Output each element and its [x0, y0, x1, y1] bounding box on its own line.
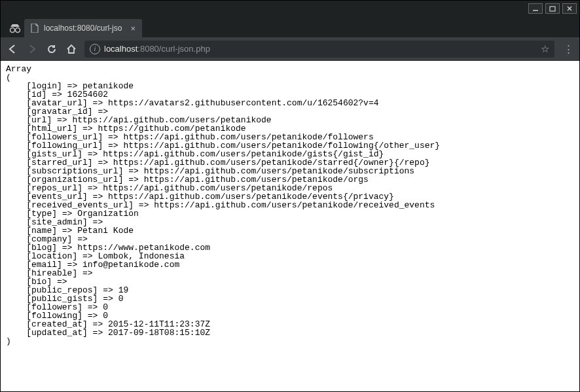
file-icon	[31, 24, 39, 33]
window-titlebar	[1, 1, 579, 16]
browser-toolbar: i localhost:8080/curl-json.php ☆ ⋮	[1, 37, 579, 61]
url-text: localhost:8080/curl-json.php	[104, 44, 210, 54]
reload-button[interactable]	[45, 44, 58, 54]
bookmark-star-icon[interactable]: ☆	[541, 43, 549, 55]
svg-point-5	[16, 28, 20, 33]
svg-point-4	[10, 28, 15, 33]
tabstrip: localhost:8080/curl-jso ×	[1, 16, 579, 37]
forward-button	[26, 43, 39, 55]
close-window-button[interactable]	[562, 3, 577, 14]
page-content: Array ( [login] => petanikode [id] => 16…	[1, 61, 579, 391]
menu-button[interactable]: ⋮	[561, 43, 574, 55]
incognito-icon	[6, 23, 24, 37]
browser-tab[interactable]: localhost:8080/curl-jso ×	[24, 19, 142, 37]
close-tab-icon[interactable]: ×	[130, 24, 136, 33]
maximize-button[interactable]	[545, 3, 560, 14]
tab-title: localhost:8080/curl-jso	[44, 24, 125, 33]
site-info-icon[interactable]: i	[90, 44, 100, 54]
home-button[interactable]	[65, 44, 78, 54]
address-bar[interactable]: i localhost:8080/curl-json.php ☆	[84, 41, 554, 58]
svg-rect-1	[550, 7, 555, 11]
back-button[interactable]	[6, 43, 19, 55]
minimize-button[interactable]	[528, 3, 543, 14]
